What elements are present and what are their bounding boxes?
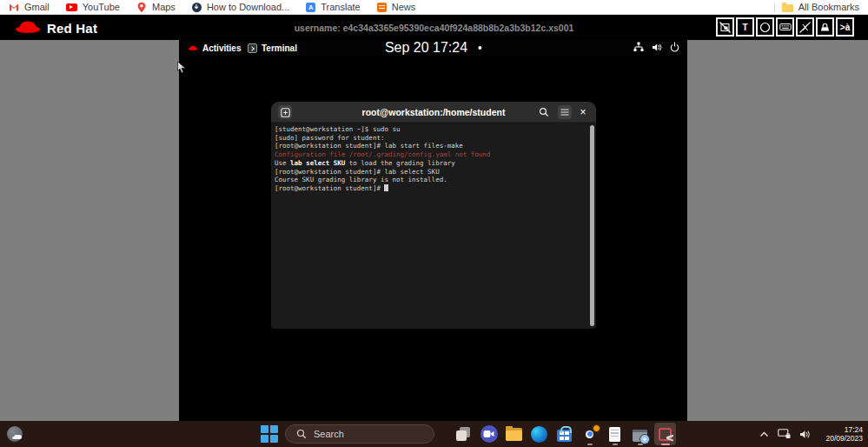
download-site-icon bbox=[192, 3, 202, 12]
search-label: Search bbox=[314, 429, 344, 439]
running-indicator bbox=[638, 444, 643, 445]
bookmark-label: Gmail bbox=[24, 2, 50, 12]
speaker-icon[interactable] bbox=[799, 430, 811, 439]
microsoft-store-button[interactable] bbox=[553, 423, 575, 445]
terminal-close-button[interactable]: × bbox=[576, 105, 590, 119]
terminal-menu-button[interactable] bbox=[558, 105, 572, 119]
terminal-output[interactable]: [student@workstation ~]$ sudo su[sudo] p… bbox=[271, 123, 596, 329]
taskbar-clock[interactable]: 17:24 20/09/2023 bbox=[825, 425, 863, 443]
notepad-icon bbox=[609, 427, 620, 442]
terminal-search-button[interactable] bbox=[537, 105, 551, 119]
chrome-button[interactable] bbox=[579, 423, 600, 445]
taskbar-date: 20/09/2023 bbox=[825, 434, 863, 443]
terminal-titlebar[interactable]: root@workstation:/home/student × bbox=[271, 102, 596, 123]
running-indicator bbox=[587, 444, 593, 445]
running-indicator bbox=[613, 444, 618, 445]
taskbar-app-icons bbox=[453, 423, 676, 445]
windows-taskbar: Search bbox=[0, 421, 868, 447]
bookmark-label: How to Download... bbox=[207, 2, 289, 12]
file-explorer-icon bbox=[506, 428, 522, 441]
bookmark-label: News bbox=[392, 2, 416, 12]
circle-button[interactable] bbox=[756, 17, 774, 37]
all-bookmarks-label: All Bookmarks bbox=[798, 2, 859, 12]
network-topology-icon bbox=[633, 40, 644, 56]
task-view-icon bbox=[456, 427, 471, 442]
file-explorer-button[interactable] bbox=[503, 423, 525, 445]
search-icon bbox=[296, 429, 307, 439]
chrome-icon bbox=[581, 426, 598, 443]
gnome-clock-text: Sep 20 17:24 bbox=[385, 40, 467, 56]
focused-app-menu[interactable]: Terminal bbox=[248, 40, 297, 56]
gmail-icon bbox=[9, 3, 19, 11]
taskbar-search-box[interactable]: Search bbox=[285, 424, 434, 444]
terminal-window: root@workstation:/home/student × [studen… bbox=[271, 102, 596, 329]
task-view-button[interactable] bbox=[453, 423, 474, 445]
activities-label: Activities bbox=[202, 43, 241, 53]
network-icon[interactable] bbox=[778, 429, 791, 439]
maps-icon bbox=[136, 2, 147, 13]
bookmark-youtube[interactable]: YouTube bbox=[66, 2, 120, 12]
vm-screen: Activities Terminal Sep 20 17:24 bbox=[179, 40, 687, 421]
snipping-tool-icon bbox=[659, 428, 672, 441]
edge-icon bbox=[531, 426, 547, 443]
bookmark-how-to-download[interactable]: How to Download... bbox=[192, 2, 289, 12]
redhat-fedora-mini-icon bbox=[188, 43, 198, 53]
chat-icon bbox=[480, 425, 498, 443]
console-username-text: username: e4c34a3365e95390eca40f924a88b8… bbox=[295, 23, 574, 33]
notification-dot bbox=[478, 46, 481, 50]
redhat-fedora-icon bbox=[14, 17, 42, 39]
redhat-console-header: Red Hat username: e4c34a3365e95390eca40f… bbox=[0, 15, 868, 40]
gnome-system-menu[interactable] bbox=[633, 40, 679, 56]
bookmark-label: Translate bbox=[321, 2, 360, 12]
focused-app-label: Terminal bbox=[262, 43, 297, 53]
edge-button[interactable] bbox=[528, 423, 550, 445]
running-indicator bbox=[661, 444, 670, 445]
tray-chevron-icon[interactable] bbox=[759, 431, 769, 437]
mouse-cursor bbox=[176, 61, 187, 77]
terminal-app-icon bbox=[248, 43, 257, 53]
weather-widget-icon[interactable] bbox=[7, 426, 23, 442]
news-icon bbox=[377, 3, 387, 12]
bookmarks-bar: Gmail YouTube Maps How to Download... A … bbox=[0, 0, 868, 15]
bookmark-news[interactable]: News bbox=[377, 2, 416, 12]
bookmark-label: Maps bbox=[152, 2, 176, 12]
all-bookmarks-button[interactable]: All Bookmarks bbox=[782, 2, 859, 12]
screen: Gmail YouTube Maps How to Download... A … bbox=[0, 0, 868, 447]
bookmark-gmail[interactable]: Gmail bbox=[9, 2, 50, 12]
installer-icon bbox=[633, 430, 647, 442]
text-input-button[interactable]: T bbox=[736, 17, 754, 37]
microsoft-store-icon bbox=[557, 430, 572, 442]
youtube-icon bbox=[66, 3, 77, 11]
installer-button[interactable] bbox=[629, 423, 651, 445]
notepad-button[interactable] bbox=[604, 423, 626, 445]
terminal-scrollbar[interactable] bbox=[590, 125, 594, 326]
pointer-off-button[interactable] bbox=[796, 17, 814, 37]
power-icon bbox=[670, 40, 679, 56]
redhat-logo: Red Hat bbox=[14, 17, 97, 39]
language-input-button[interactable]: >à bbox=[836, 17, 854, 37]
bookmark-maps[interactable]: Maps bbox=[136, 2, 176, 13]
activities-button[interactable]: Activities bbox=[188, 40, 241, 56]
bookmark-translate[interactable]: A Translate bbox=[306, 2, 360, 12]
bookmark-label: YouTube bbox=[83, 2, 120, 12]
new-tab-button[interactable] bbox=[278, 105, 292, 119]
translate-icon: A bbox=[306, 3, 315, 12]
snipping-tool-button[interactable] bbox=[654, 423, 676, 445]
gnome-clock-button[interactable]: Sep 20 17:24 bbox=[385, 40, 481, 56]
system-tray bbox=[759, 421, 811, 447]
display-capture-off-button[interactable] bbox=[716, 17, 734, 37]
redhat-brand-text: Red Hat bbox=[47, 21, 97, 36]
folder-icon bbox=[782, 4, 793, 12]
volume-icon bbox=[652, 40, 662, 56]
remote-viewer-area: Activities Terminal Sep 20 17:24 bbox=[0, 40, 868, 421]
start-button[interactable] bbox=[261, 425, 278, 443]
chrome-notification-badge bbox=[593, 424, 600, 432]
chat-button[interactable] bbox=[478, 423, 500, 445]
keyboard-button[interactable] bbox=[776, 17, 794, 37]
taskbar-time: 17:24 bbox=[825, 425, 863, 434]
terminal-title: root@workstation:/home/student bbox=[362, 107, 506, 117]
console-toolbar: T >à bbox=[716, 17, 854, 37]
lock-button[interactable] bbox=[816, 17, 834, 37]
bookmarks-separator bbox=[774, 3, 775, 12]
gnome-top-bar: Activities Terminal Sep 20 17:24 bbox=[179, 40, 687, 56]
